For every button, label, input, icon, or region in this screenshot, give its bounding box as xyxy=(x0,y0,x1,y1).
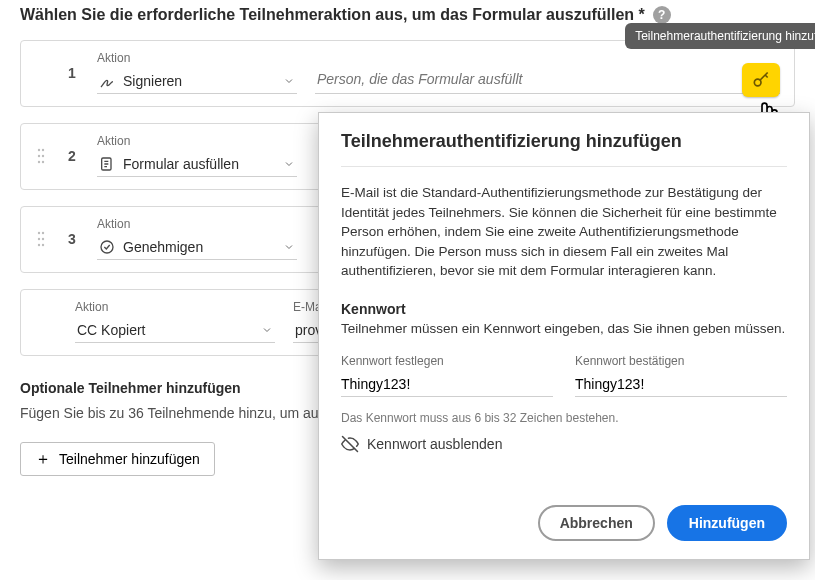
svg-point-2 xyxy=(42,148,44,150)
participant-row: 1AktionSignierenTeilnehmerauthentifizier… xyxy=(20,40,795,107)
confirm-password-label: Kennwort bestätigen xyxy=(575,354,787,368)
add-auth-key-button[interactable] xyxy=(742,63,780,97)
add-participant-button[interactable]: ＋ Teilnehmer hinzufügen xyxy=(20,442,215,476)
svg-point-12 xyxy=(38,243,40,245)
eye-off-icon xyxy=(341,435,359,453)
row-number: 1 xyxy=(65,51,79,94)
svg-point-8 xyxy=(38,231,40,233)
hide-password-label: Kennwort ausblenden xyxy=(367,436,502,452)
hide-password-toggle[interactable]: Kennwort ausblenden xyxy=(341,435,787,453)
help-icon[interactable]: ? xyxy=(653,6,671,24)
cc-action-select[interactable]: CC Kopiert xyxy=(75,318,275,343)
svg-point-10 xyxy=(38,237,40,239)
drag-handle-icon[interactable] xyxy=(35,134,47,177)
cc-action-label: Aktion xyxy=(75,300,275,314)
person-input[interactable] xyxy=(315,65,780,94)
action-select[interactable]: Formular ausfüllen xyxy=(97,152,297,177)
dialog-title: Teilnehmerauthentifizierung hinzufügen xyxy=(341,131,787,152)
action-label: Aktion xyxy=(97,217,297,231)
action-value: Signieren xyxy=(123,73,182,89)
svg-point-1 xyxy=(38,148,40,150)
action-icon xyxy=(99,156,115,172)
svg-point-3 xyxy=(38,154,40,156)
cancel-button[interactable]: Abbrechen xyxy=(538,505,655,541)
password-heading: Kennwort xyxy=(341,301,787,317)
password-subtext: Teilnehmer müssen ein Kennwort eingeben,… xyxy=(341,321,787,336)
svg-point-4 xyxy=(42,154,44,156)
set-password-input[interactable] xyxy=(341,372,553,397)
cc-action-value: CC Kopiert xyxy=(77,322,145,338)
svg-point-6 xyxy=(42,160,44,162)
action-select[interactable]: Genehmigen xyxy=(97,235,297,260)
svg-point-14 xyxy=(101,241,113,253)
set-password-label: Kennwort festlegen xyxy=(341,354,553,368)
auth-dialog: Teilnehmerauthentifizierung hinzufügen E… xyxy=(318,112,810,560)
confirm-password-input[interactable] xyxy=(575,372,787,397)
action-icon xyxy=(99,73,115,89)
svg-point-0 xyxy=(754,79,761,86)
svg-point-13 xyxy=(42,243,44,245)
action-label: Aktion xyxy=(97,51,297,65)
add-button[interactable]: Hinzufügen xyxy=(667,505,787,541)
key-tooltip: Teilnehmerauthentifizierung hinzufügen xyxy=(625,23,815,49)
dialog-body-text: E-Mail ist die Standard-Authentifizierun… xyxy=(341,183,787,281)
drag-handle-icon[interactable] xyxy=(35,217,47,260)
divider xyxy=(341,166,787,167)
action-value: Formular ausfüllen xyxy=(123,156,239,172)
action-select[interactable]: Signieren xyxy=(97,69,297,94)
action-icon xyxy=(99,239,115,255)
drag-handle-icon xyxy=(35,51,47,94)
row-number: 2 xyxy=(65,134,79,177)
action-label: Aktion xyxy=(97,134,297,148)
page-title: Wählen Sie die erforderliche Teilnehmera… xyxy=(20,6,645,24)
row-number: 3 xyxy=(65,217,79,260)
svg-point-11 xyxy=(42,237,44,239)
add-participant-label: Teilnehmer hinzufügen xyxy=(59,451,200,467)
svg-point-5 xyxy=(38,160,40,162)
action-value: Genehmigen xyxy=(123,239,203,255)
plus-icon: ＋ xyxy=(35,451,51,467)
svg-point-9 xyxy=(42,231,44,233)
password-hint: Das Kennwort muss aus 6 bis 32 Zeichen b… xyxy=(341,411,787,425)
